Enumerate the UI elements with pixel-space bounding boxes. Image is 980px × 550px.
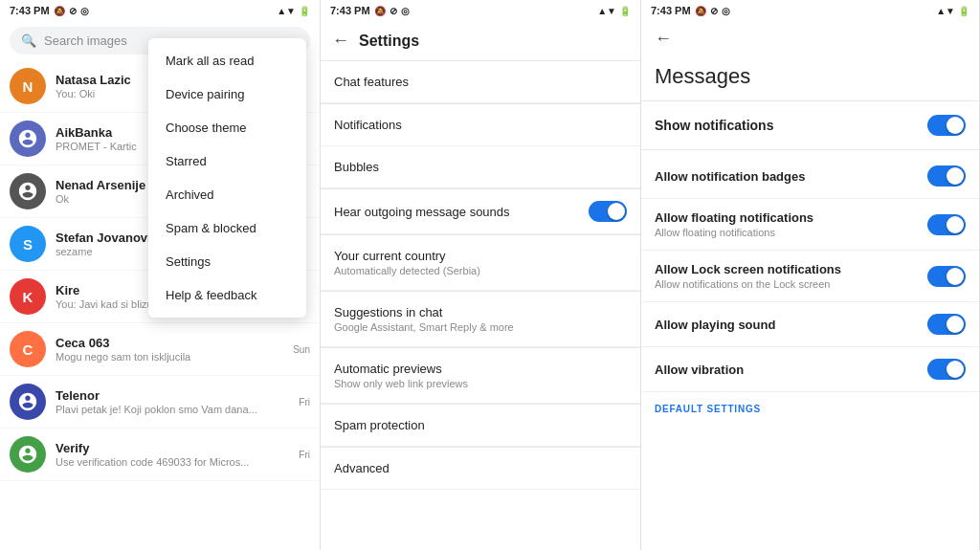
chat-preview-telenor: Plavi petak je! Koji poklon smo Vam dana… xyxy=(56,404,289,415)
avatar-natasa: N xyxy=(10,68,46,104)
settings-list: Chat features Notifications Bubbles Hear… xyxy=(321,61,640,550)
time-panel3: 7:43 PM xyxy=(651,5,691,16)
block-icon: ⊘ xyxy=(69,6,77,16)
settings-item-country[interactable]: Your current country Automatically detec… xyxy=(321,235,640,291)
time-panel2: 7:43 PM xyxy=(330,5,370,16)
setting-sub-lockscreen: Allow notifications on the Lock screen xyxy=(655,278,841,290)
settings-sub-suggestions: Google Assistant, Smart Reply & more xyxy=(334,321,627,333)
status-bar-panel2: 7:43 PM 🔕 ⊘ ◎ ▲▼ 🔋 xyxy=(321,0,640,21)
default-settings-label: DEFAULT SETTINGS xyxy=(641,392,979,420)
toggle-lockscreen[interactable] xyxy=(927,266,966,287)
setting-text-lockscreen: Allow Lock screen notifications Allow no… xyxy=(655,262,841,290)
back-button-p2[interactable]: ← xyxy=(332,31,349,51)
setting-row-notif-badges[interactable]: Allow notification badges xyxy=(641,154,979,199)
settings-label-advanced: Advanced xyxy=(334,461,627,475)
battery-icon-p2: 🔋 xyxy=(619,6,631,16)
menu-item-spam[interactable]: Spam & blocked xyxy=(148,211,306,245)
time-display: 7:43 PM xyxy=(10,5,50,16)
avatar-aikbanka xyxy=(10,121,46,157)
menu-item-mark-read[interactable]: Mark all as read xyxy=(148,44,306,77)
search-placeholder: Search images xyxy=(44,33,127,48)
settings-item-sounds[interactable]: Hear outgoing message sounds xyxy=(321,189,640,234)
settings-item-chat-features[interactable]: Chat features xyxy=(321,61,640,103)
sync-icon-p2: ◎ xyxy=(401,6,410,16)
setting-label-floating: Allow floating notifications xyxy=(655,210,813,225)
settings-panel: 7:43 PM 🔕 ⊘ ◎ ▲▼ 🔋 ← Settings Chat featu… xyxy=(321,0,641,550)
setting-label-lockscreen: Allow Lock screen notifications xyxy=(655,262,841,276)
status-bar-panel3: 7:43 PM 🔕 ⊘ ◎ ▲▼ 🔋 xyxy=(641,0,979,21)
block-icon-p3: ⊘ xyxy=(710,6,718,16)
setting-row-lockscreen[interactable]: Allow Lock screen notifications Allow no… xyxy=(641,251,979,302)
settings-item-suggestions[interactable]: Suggestions in chat Google Assistant, Sm… xyxy=(321,292,640,347)
chat-item-verify[interactable]: Verify Use verification code 469033 for … xyxy=(0,429,320,481)
chat-info-ceca: Ceca 063 Mogu nego sam ton iskljucila xyxy=(56,336,283,363)
settings-header: ← Settings xyxy=(321,21,640,61)
menu-item-help[interactable]: Help & feedback xyxy=(148,278,306,312)
menu-item-starred[interactable]: Starred xyxy=(148,144,306,178)
mute-icon-p3: 🔕 xyxy=(695,6,706,16)
setting-row-vibration[interactable]: Allow vibration xyxy=(641,347,979,392)
settings-title: Settings xyxy=(359,33,419,50)
signal-icon-p2: ▲▼ xyxy=(597,6,616,16)
settings-sub-country: Automatically detected (Serbia) xyxy=(334,265,627,276)
mute-icon: 🔕 xyxy=(54,6,65,16)
dropdown-menu: Mark all as read Device pairing Choose t… xyxy=(148,38,306,318)
setting-row-floating[interactable]: Allow floating notifications Allow float… xyxy=(641,199,979,251)
show-notifications-row[interactable]: Show notifications xyxy=(641,101,979,150)
back-row-p3: ← xyxy=(641,21,979,56)
menu-item-device-pairing[interactable]: Device pairing xyxy=(148,77,306,111)
avatar-verify xyxy=(10,436,46,473)
settings-label-notif: Notifications xyxy=(334,118,627,132)
toggle-show-notifications[interactable] xyxy=(927,115,966,136)
block-icon-p2: ⊘ xyxy=(390,6,397,16)
settings-label-bubbles: Bubbles xyxy=(334,160,627,174)
chat-info-telenor: Telenor Plavi petak je! Koji poklon smo … xyxy=(56,388,289,415)
setting-text-vibration: Allow vibration xyxy=(655,363,744,377)
toggle-badges[interactable] xyxy=(927,165,966,187)
menu-item-archived[interactable]: Archived xyxy=(148,178,306,211)
settings-label-spam: Spam protection xyxy=(334,418,627,432)
status-bar-panel1: 7:43 PM 🔕 ⊘ ◎ ▲▼ 🔋 xyxy=(0,0,320,21)
search-icon: 🔍 xyxy=(21,33,36,48)
setting-text-sound: Allow playing sound xyxy=(655,318,775,332)
signal-icon: ▲▼ xyxy=(277,6,296,16)
chat-name-verify: Verify xyxy=(56,441,289,455)
setting-row-sound[interactable]: Allow playing sound xyxy=(641,302,979,347)
avatar-kire: K xyxy=(10,278,46,315)
settings-label-previews: Automatic previews xyxy=(334,362,627,376)
chat-preview-ceca: Mogu nego sam ton iskljucila xyxy=(56,351,283,363)
menu-item-choose-theme[interactable]: Choose theme xyxy=(148,111,306,144)
toggle-sound[interactable] xyxy=(927,314,966,335)
sync-icon-p3: ◎ xyxy=(722,6,730,16)
toggle-vibration[interactable] xyxy=(927,359,966,380)
battery-icon-p3: 🔋 xyxy=(958,6,969,16)
menu-item-settings[interactable]: Settings xyxy=(148,245,306,278)
setting-label-badges: Allow notification badges xyxy=(655,169,805,184)
toggle-sounds[interactable] xyxy=(589,201,627,222)
chat-time-telenor: Fri xyxy=(299,397,310,407)
setting-label-sound: Allow playing sound xyxy=(655,318,775,332)
setting-text-floating: Allow floating notifications Allow float… xyxy=(655,210,813,238)
settings-text-sounds: Hear outgoing message sounds xyxy=(334,205,510,219)
settings-label-country: Your current country xyxy=(334,249,627,263)
avatar-stefan: S xyxy=(10,226,46,262)
toggle-floating[interactable] xyxy=(927,214,966,235)
settings-item-bubbles[interactable]: Bubbles xyxy=(321,146,640,188)
chat-item-telenor[interactable]: Telenor Plavi petak je! Koji poklon smo … xyxy=(0,376,320,429)
settings-item-previews[interactable]: Automatic previews Show only web link pr… xyxy=(321,348,640,404)
battery-icon: 🔋 xyxy=(299,6,310,16)
chat-time-ceca: Sun xyxy=(293,344,310,355)
chat-list-panel: 7:43 PM 🔕 ⊘ ◎ ▲▼ 🔋 🔍 Search images N Nat… xyxy=(0,0,321,550)
chat-item-ceca[interactable]: C Ceca 063 Mogu nego sam ton iskljucila … xyxy=(0,323,320,376)
settings-item-spam[interactable]: Spam protection xyxy=(321,405,640,447)
chat-time-verify: Fri xyxy=(299,450,310,460)
messages-title: Messages xyxy=(641,64,979,101)
back-button-p3[interactable]: ← xyxy=(655,29,672,48)
chat-name-telenor: Telenor xyxy=(56,388,289,403)
chat-info-verify: Verify Use verification code 469033 for … xyxy=(56,441,289,468)
setting-label-vibration: Allow vibration xyxy=(655,363,744,377)
chat-preview-verify: Use verification code 469033 for Micros.… xyxy=(56,456,289,468)
settings-item-advanced[interactable]: Advanced xyxy=(321,448,640,490)
settings-sub-previews: Show only web link previews xyxy=(334,378,627,389)
settings-item-notifications[interactable]: Notifications xyxy=(321,104,640,146)
